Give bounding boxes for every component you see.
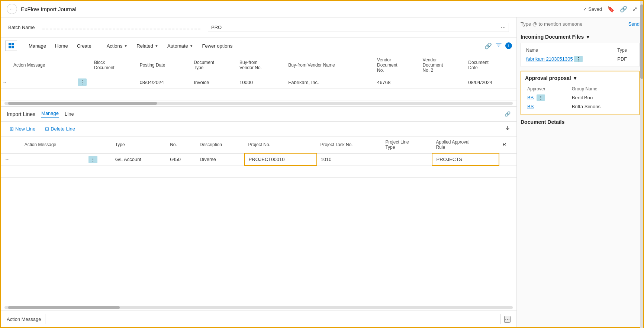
- new-line-button[interactable]: ⊞ New Line: [7, 125, 38, 133]
- pin-icon[interactable]: [505, 125, 511, 132]
- cell-action-message[interactable]: _: [10, 76, 74, 89]
- col-arrow: [1, 54, 10, 76]
- approval-row-1: BB ⋮ Bertil Boo: [525, 93, 635, 102]
- col-vendor-doc-no2: VendorDocumentNo. 2: [419, 54, 465, 76]
- expand-icon[interactable]: ⤢: [632, 6, 637, 13]
- related-button[interactable]: Related ▼: [133, 42, 162, 50]
- lines-cell-approval-rule[interactable]: PROJECTS: [432, 153, 499, 165]
- cell-vendor-doc-no2: [419, 76, 465, 89]
- home-button[interactable]: Home: [51, 42, 72, 50]
- svg-rect-2: [9, 46, 11, 48]
- tab-line[interactable]: Line: [65, 111, 74, 117]
- automate-button[interactable]: Automate ▼: [164, 42, 197, 50]
- svg-rect-1: [12, 43, 14, 45]
- incoming-docs-chevron[interactable]: ▼: [585, 34, 590, 40]
- scroll-thumb-top: [8, 102, 157, 105]
- left-panel: Batch Name PRO ⋯: [1, 17, 517, 327]
- grid-icon: [9, 43, 14, 48]
- delete-line-button[interactable]: ⊟ Delete Line: [42, 125, 78, 133]
- main-content: Batch Name PRO ⋯: [1, 17, 643, 327]
- actions-button[interactable]: Actions ▼: [103, 42, 132, 50]
- cell-buy-vendor-name: Fabrikam, Inc.: [284, 76, 373, 89]
- approval-chevron[interactable]: ▼: [573, 75, 578, 81]
- batch-name-ellipsis[interactable]: ⋯: [501, 25, 506, 30]
- col-block-doc: BlockDocument: [90, 54, 136, 76]
- svg-rect-0: [9, 43, 11, 45]
- svg-rect-3: [12, 46, 14, 48]
- create-button[interactable]: Create: [73, 42, 95, 50]
- col-action-message: Action Message: [10, 54, 74, 76]
- approval-header: Approval proposal ▼: [525, 75, 635, 81]
- top-table-scrollbar[interactable]: [1, 100, 516, 106]
- mention-box: Send: [521, 21, 640, 30]
- filter-icon[interactable]: [496, 42, 502, 49]
- action-msg-dots-button[interactable]: ⋯: [504, 316, 511, 323]
- approval-cell-group-1: Bertil Boo: [570, 93, 635, 102]
- scroll-track-bottom: [4, 306, 513, 309]
- table-row: → _ ⋮ 08/04/2024 Invoice 10000 Fabrikam,…: [1, 76, 516, 89]
- approver-bb-link[interactable]: BB: [527, 95, 534, 100]
- send-button[interactable]: Send: [628, 21, 640, 27]
- doc-table-header: Name Type: [524, 46, 636, 54]
- share-toolbar-icon[interactable]: 🔗: [484, 42, 492, 49]
- lines-col-action-msg: Action Message: [21, 136, 85, 153]
- bottom-table-scrollbar[interactable]: [1, 305, 516, 311]
- bookmark-icon[interactable]: 🔖: [607, 6, 615, 13]
- col-buy-vendor-no: Buy-fromVendor No.: [236, 54, 284, 76]
- doc-link[interactable]: fabrikam 2103051305: [526, 56, 573, 62]
- lines-cell-no: 6450: [166, 153, 196, 165]
- share-icon[interactable]: 🔗: [620, 6, 627, 13]
- scrollbar-thumb: [640, 17, 643, 79]
- approval-col-approver: Approver: [525, 85, 570, 93]
- cell-dots[interactable]: ⋮: [74, 76, 90, 89]
- lines-col-approval-rule: Applied ApprovalRule: [432, 136, 499, 153]
- lines-cell-project-no[interactable]: PROJECT00010: [245, 153, 317, 165]
- approval-row-2: BS Britta Simons: [525, 102, 635, 111]
- toolbar-right: 🔗 i: [484, 42, 512, 49]
- action-msg-input[interactable]: [45, 314, 501, 324]
- row-arrow: →: [1, 76, 10, 89]
- grid-icon-button[interactable]: [5, 41, 17, 51]
- approval-cell-approver-2: BS: [525, 102, 570, 111]
- batch-name-input[interactable]: PRO ⋯: [208, 23, 509, 32]
- fewer-options-button[interactable]: Fewer options: [199, 42, 236, 50]
- approver-bs-link[interactable]: BS: [527, 104, 534, 109]
- lines-cell-type: G/L Account: [112, 153, 166, 165]
- automate-chevron: ▼: [190, 44, 193, 48]
- info-badge[interactable]: i: [505, 42, 512, 49]
- toolbar-divider-2: [99, 42, 99, 49]
- lines-cell-dots[interactable]: ⋮: [85, 153, 112, 165]
- incoming-docs-content: Name Type fabrikam 2103051305 ⋮ PDF: [521, 43, 640, 67]
- back-button[interactable]: ←: [7, 4, 17, 14]
- scroll-thumb-bottom: [8, 306, 120, 309]
- top-table-section: Action Message BlockDocument Posting Dat…: [1, 54, 516, 100]
- col-posting-date: Posting Date: [136, 54, 190, 76]
- col-buy-vendor-name: Buy-from Vendor Name: [284, 54, 373, 76]
- lines-col-line-type: Project LineType: [381, 136, 432, 153]
- cell-block-doc: [90, 76, 136, 89]
- lines-col-desc: Description: [196, 136, 245, 153]
- import-lines-title: Import Lines: [7, 111, 35, 117]
- approval-cell-approver-1: BB ⋮: [525, 93, 570, 102]
- new-line-icon: ⊞: [10, 126, 14, 132]
- lines-row-options-button[interactable]: ⋮: [88, 156, 97, 163]
- col-doc-type: DocumentType: [190, 54, 236, 76]
- page-scrollbar[interactable]: [640, 17, 643, 327]
- approver-bb-dots[interactable]: ⋮: [537, 94, 545, 101]
- header: ← ExFlow Import Journal ✓ Saved 🔖 🔗 ⤢: [1, 1, 643, 17]
- mention-input[interactable]: [521, 21, 625, 27]
- lines-table: Action Message Type No. Description Proj…: [1, 136, 516, 178]
- tab-manage[interactable]: Manage: [41, 110, 59, 118]
- col-three-dots: [74, 54, 90, 76]
- lines-cell-action-msg[interactable]: _: [21, 153, 85, 165]
- lines-header-row: Action Message Type No. Description Proj…: [1, 136, 516, 153]
- export-icon[interactable]: 🔗: [505, 111, 511, 117]
- toolbar-divider-1: [21, 42, 21, 49]
- lines-cell-desc: Diverse: [196, 153, 245, 165]
- right-panel: Send Incoming Document Files ▼ Name Type: [517, 17, 643, 327]
- manage-button[interactable]: Manage: [25, 42, 50, 50]
- row-options-button[interactable]: ⋮: [78, 78, 87, 86]
- doc-dots-button[interactable]: ⋮: [574, 56, 583, 62]
- cell-doc-date: 08/04/2024: [464, 76, 516, 89]
- scroll-track-top: [4, 102, 513, 105]
